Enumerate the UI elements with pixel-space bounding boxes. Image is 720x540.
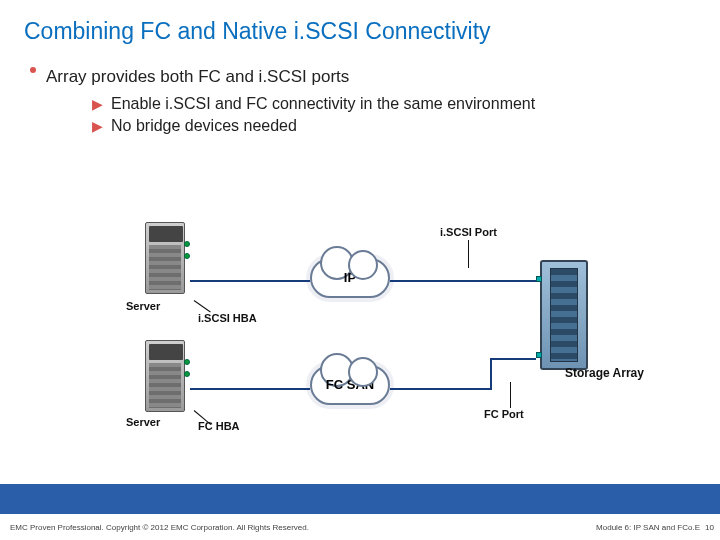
sub-bullet-text: No bridge devices needed (111, 117, 297, 135)
storage-array-label: Storage Array (565, 366, 644, 380)
footer-band (0, 484, 720, 514)
slide-title: Combining FC and Native i.SCSI Connectiv… (0, 0, 720, 45)
arrow-icon: ▶ (92, 96, 103, 112)
iscsi-hba-label: i.SCSI HBA (198, 312, 257, 324)
server-icon (145, 222, 185, 294)
fc-port-label: FC Port (484, 408, 524, 420)
connector-line (190, 388, 310, 390)
sub-bullet-text: Enable i.SCSI and FC connectivity in the… (111, 95, 535, 113)
connector-line (190, 280, 310, 282)
main-bullet: Array provides both FC and i.SCSI ports (30, 67, 720, 87)
callout-arrow (468, 240, 469, 268)
sub-bullet: ▶ No bridge devices needed (92, 117, 720, 135)
connector-line (490, 358, 536, 360)
iscsi-port-label: i.SCSI Port (440, 226, 497, 238)
main-bullet-text: Array provides both FC and i.SCSI ports (46, 67, 349, 87)
callout-arrow (194, 300, 211, 312)
connector-line (390, 280, 536, 282)
port-dot-icon (184, 241, 190, 247)
storage-array-icon (540, 260, 588, 370)
fc-port-icon (536, 352, 542, 358)
iscsi-port-icon (536, 276, 542, 282)
server-label: Server (126, 300, 160, 312)
sub-bullet-list: ▶ Enable i.SCSI and FC connectivity in t… (30, 87, 720, 135)
bullet-section: Array provides both FC and i.SCSI ports … (0, 45, 720, 135)
copyright-text: EMC Proven Professional. Copyright © 201… (10, 523, 309, 532)
network-diagram: IP FC SAN Server Server i.SCSI HBA FC HB… (0, 210, 720, 460)
arrow-icon: ▶ (92, 118, 103, 134)
page-number: 10 (705, 523, 714, 532)
module-label: Module 6: IP SAN and FCo.E (596, 523, 700, 532)
fc-san-cloud-icon: FC SAN (310, 365, 390, 405)
fc-hba-label: FC HBA (198, 420, 240, 432)
fc-cloud-label: FC SAN (312, 377, 388, 392)
ip-cloud-label: IP (312, 270, 388, 285)
port-dot-icon (184, 253, 190, 259)
bullet-marker (30, 67, 36, 73)
connector-line (490, 358, 492, 390)
server-icon (145, 340, 185, 412)
port-dot-icon (184, 371, 190, 377)
callout-arrow (510, 382, 511, 408)
ip-cloud-icon: IP (310, 258, 390, 298)
port-dot-icon (184, 359, 190, 365)
connector-line (390, 388, 490, 390)
server-label: Server (126, 416, 160, 428)
sub-bullet: ▶ Enable i.SCSI and FC connectivity in t… (92, 95, 720, 113)
